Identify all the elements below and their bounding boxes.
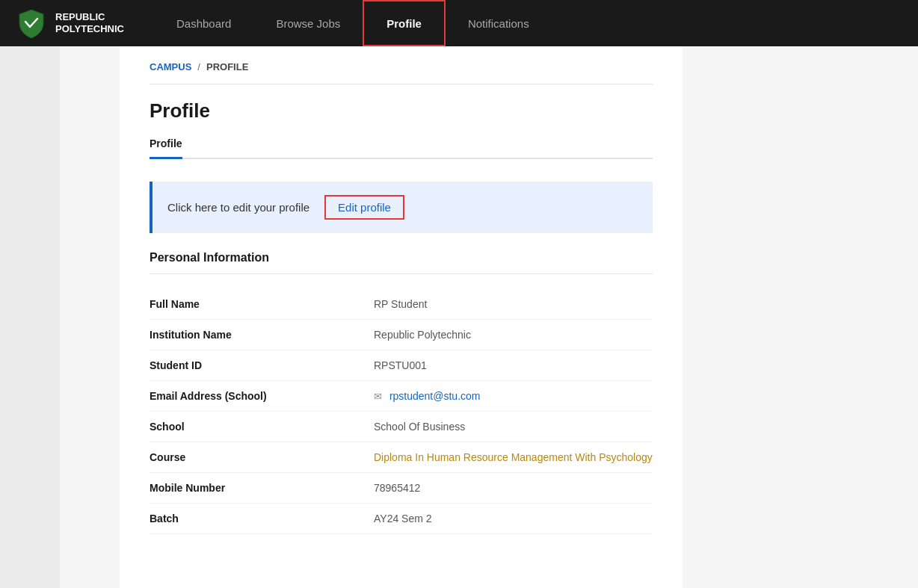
edit-profile-banner: Click here to edit your profile Edit pro…	[150, 182, 653, 233]
breadcrumb-campus[interactable]: CAMPUS	[150, 61, 191, 72]
field-value-email: ✉ rpstudent@stu.com	[374, 390, 481, 402]
field-value-course: Diploma In Human Resource Management Wit…	[374, 451, 653, 463]
personal-info-section: Personal Information Full Name RP Studen…	[150, 251, 653, 534]
tab-profile[interactable]: Profile	[150, 130, 182, 159]
nav-browse-jobs[interactable]: Browse Jobs	[253, 0, 363, 46]
page-title: Profile	[150, 99, 653, 123]
field-label-mobile: Mobile Number	[150, 482, 374, 494]
field-label-batch: Batch	[150, 513, 374, 524]
table-row: School School Of Business	[150, 412, 653, 442]
field-label-institution: Institution Name	[150, 329, 374, 341]
field-value-batch: AY24 Sem 2	[374, 513, 432, 524]
table-row: Full Name RP Student	[150, 289, 653, 320]
table-row: Email Address (School) ✉ rpstudent@stu.c…	[150, 381, 653, 412]
main-content: CAMPUS / PROFILE Profile Profile Click h…	[120, 46, 683, 588]
email-link[interactable]: rpstudent@stu.com	[389, 390, 481, 402]
field-value-studentid: RPSTU001	[374, 359, 427, 371]
navbar: REPUBLIC POLYTECHNIC Dashboard Browse Jo…	[0, 0, 918, 46]
brand-shield-icon	[15, 7, 48, 40]
breadcrumb-separator: /	[197, 61, 200, 72]
brand-logo-area: REPUBLIC POLYTECHNIC	[15, 7, 124, 40]
table-row: Batch AY24 Sem 2	[150, 504, 653, 534]
table-row: Institution Name Republic Polytechnic	[150, 320, 653, 350]
nav-dashboard[interactable]: Dashboard	[154, 0, 253, 46]
brand-name: REPUBLIC POLYTECHNIC	[55, 11, 124, 34]
edit-profile-button[interactable]: Edit profile	[324, 195, 404, 220]
field-label-email: Email Address (School)	[150, 390, 374, 402]
page-layout: CAMPUS / PROFILE Profile Profile Click h…	[0, 46, 918, 588]
breadcrumb-current: PROFILE	[206, 61, 248, 72]
breadcrumb: CAMPUS / PROFILE	[150, 61, 653, 84]
profile-tabs: Profile	[150, 130, 653, 159]
table-row: Student ID RPSTU001	[150, 350, 653, 381]
nav-profile[interactable]: Profile	[363, 0, 446, 46]
edit-profile-text: Click here to edit your profile	[167, 201, 309, 214]
email-icon: ✉	[374, 391, 382, 402]
table-row: Mobile Number 78965412	[150, 473, 653, 504]
sidebar	[0, 46, 60, 588]
field-label-studentid: Student ID	[150, 359, 374, 371]
nav-notifications[interactable]: Notifications	[446, 0, 552, 46]
field-value-school: School Of Business	[374, 421, 465, 433]
nav-links: Dashboard Browse Jobs Profile Notificati…	[154, 0, 552, 46]
field-label-fullname: Full Name	[150, 298, 374, 310]
table-row: Course Diploma In Human Resource Managem…	[150, 442, 653, 473]
personal-info-title: Personal Information	[150, 251, 653, 264]
field-label-course: Course	[150, 451, 374, 463]
field-value-mobile: 78965412	[374, 482, 420, 494]
field-label-school: School	[150, 421, 374, 433]
section-divider	[150, 273, 653, 274]
info-table: Full Name RP Student Institution Name Re…	[150, 289, 653, 534]
field-value-institution: Republic Polytechnic	[374, 329, 471, 341]
field-value-fullname: RP Student	[374, 298, 427, 310]
